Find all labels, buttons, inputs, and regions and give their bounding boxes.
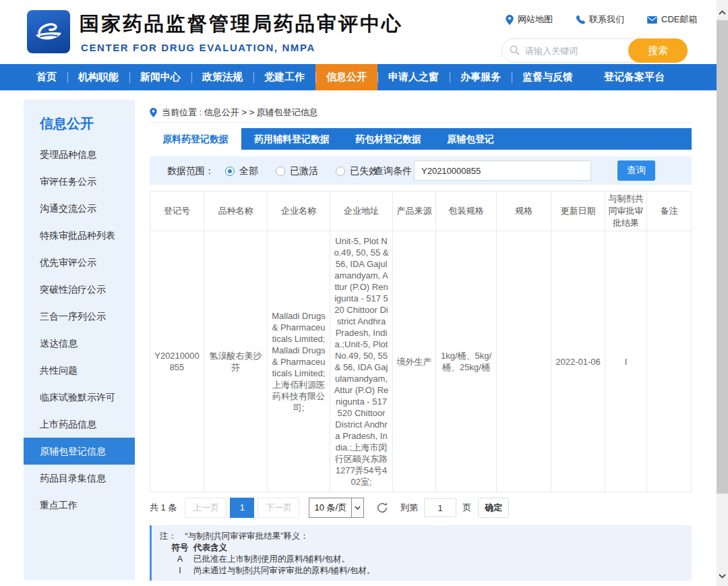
page-size-value: 10 条/页 (309, 502, 351, 514)
page-number-button[interactable]: 1 (230, 498, 254, 518)
cde-logo (27, 10, 70, 53)
sidebar-item[interactable]: 突破性治疗公示 (24, 276, 135, 303)
tab-bar: 原料药登记数据药用辅料登记数据药包材登记数据原辅包登记 (150, 128, 692, 150)
sidebar-item[interactable]: 特殊审批品种列表 (24, 222, 135, 249)
note-row: I 尚未通过与制剂共同审评审批的原料/辅料/包材。 (160, 565, 685, 577)
scroll-down-icon[interactable] (719, 569, 726, 581)
confirm-button[interactable]: 确定 (478, 498, 509, 518)
site-header: 国家药品监督管理局药品审评中心 CENTER FOR DRUG EVALUATI… (0, 0, 717, 64)
filter-bar: 数据范围： 全部 已激活 已失效 查询条件： 查询 (150, 156, 692, 185)
sitemap-link[interactable]: 网站地图 (506, 13, 553, 26)
results-table: 登记号品种名称企业名称企业地址产品来源包装规格规格更新日期与制剂共同审批审批结果… (150, 191, 692, 492)
radio-circle-icon (225, 167, 235, 176)
table-body: Y20210000855氢溴酸右美沙芬Malladi Drugs & Pharm… (150, 231, 692, 492)
nav-item[interactable]: 信息公开 (315, 64, 377, 90)
phone-icon (576, 15, 585, 24)
sidebar: 信息公开 受理品种信息审评任务公示沟通交流公示特殊审批品种列表优先审评公示突破性… (24, 100, 135, 580)
tab[interactable]: 原辅包登记 (434, 128, 507, 150)
page: 国家药品监督管理局药品审评中心 CENTER FOR DRUG EVALUATI… (0, 0, 717, 586)
scope-radio-group: 全部 已激活 已失效 (225, 165, 378, 177)
table-cell: Y20210000855 (150, 231, 204, 492)
column-header: 与制剂共同审批审批结果 (605, 192, 647, 231)
table-row: Y20210000855氢溴酸右美沙芬Malladi Drugs & Pharm… (150, 231, 692, 492)
main-nav: 首页机构职能新闻中心政策法规党建工作信息公开申请人之窗办事服务监督与反馈登记备案… (0, 64, 717, 90)
radio-circle-icon (336, 167, 345, 176)
nav-item[interactable]: 申请人之窗 (377, 64, 450, 90)
pagination: 共 1 条 上一页 1 下一页 10 条/页 到第 页 确定 (150, 498, 692, 518)
vertical-scrollbar[interactable] (717, 0, 728, 586)
note-symbol: 符号 (169, 542, 191, 554)
column-header: 企业地址 (330, 192, 393, 231)
tab[interactable]: 药包材登记数据 (342, 128, 434, 150)
sidebar-item[interactable]: 送达信息 (24, 330, 135, 357)
column-header: 产品来源 (393, 192, 436, 231)
breadcrumb: 当前位置 : 信息公开 > > 原辅包登记信息 (150, 102, 692, 123)
radio-option[interactable]: 已失效 (336, 165, 378, 177)
query-button[interactable]: 查询 (617, 160, 655, 181)
sidebar-item[interactable]: 受理品种信息 (24, 141, 135, 168)
table-cell: Malladi Drugs & Pharmaceuticals Limited;… (268, 231, 330, 492)
table-cell (497, 231, 551, 492)
note-rows: 符号 代表含义 A 已批准在上市制剂使用的原料/辅料/包材。 I 尚未通过与制剂… (160, 542, 685, 577)
scope-label: 数据范围： (167, 165, 214, 177)
table-cell: Unit-5, Plot No.49, 50, 55 & 56, IDA Gaj… (330, 231, 393, 492)
radio-circle-icon (276, 167, 285, 176)
next-page-button[interactable]: 下一页 (257, 498, 299, 518)
note-title: 注： “与制剂共同审评审批结果”释义： (160, 529, 685, 542)
radio-label: 已激活 (290, 165, 318, 177)
query-input[interactable] (414, 160, 591, 181)
sidebar-item[interactable]: 上市药品信息 (24, 411, 135, 438)
nav-item[interactable]: 新闻中心 (129, 64, 191, 90)
page-size-select[interactable]: 10 条/页 (309, 498, 364, 518)
note-meaning: 代表含义 (193, 542, 227, 554)
nav-item[interactable]: 首页 (26, 64, 67, 90)
contact-link[interactable]: 联系我们 (576, 13, 624, 26)
swan-icon (33, 18, 64, 46)
column-header: 品种名称 (204, 192, 268, 231)
nav-item[interactable]: 监督与反馈 (512, 64, 584, 90)
table-cell: 1kg/桶、5kg/桶、25kg/桶 (436, 231, 497, 492)
column-header: 企业名称 (268, 192, 330, 231)
scroll-up-icon[interactable] (719, 5, 726, 18)
search-button[interactable]: 搜索 (628, 38, 688, 63)
nav-item[interactable]: 机构职能 (67, 64, 129, 90)
sitemap-label: 网站地图 (518, 13, 553, 26)
sidebar-item[interactable]: 审评任务公示 (24, 168, 135, 195)
sidebar-item[interactable]: 药品目录集信息 (24, 465, 135, 492)
mail-icon (647, 16, 657, 24)
refresh-icon[interactable] (376, 502, 388, 514)
scrollbar-thumb[interactable] (717, 20, 728, 494)
sidebar-item[interactable]: 重点工作 (24, 492, 135, 519)
contact-label: 联系我们 (589, 13, 624, 26)
sidebar-item[interactable]: 三合一序列公示 (24, 303, 135, 330)
mail-label: CDE邮箱 (661, 13, 697, 26)
note-symbol: A (169, 554, 191, 565)
main-content: 当前位置 : 信息公开 > > 原辅包登记信息 原料药登记数据药用辅料登记数据药… (150, 102, 692, 581)
mail-link[interactable]: CDE邮箱 (647, 13, 697, 26)
search-icon (510, 45, 520, 55)
sidebar-item[interactable]: 原辅包登记信息 (24, 438, 135, 465)
nav-item[interactable]: 登记备案平台 (593, 64, 675, 90)
tab[interactable]: 药用辅料登记数据 (241, 128, 342, 150)
sidebar-item[interactable]: 共性问题 (24, 357, 135, 384)
table-cell: I (605, 231, 647, 492)
nav-item[interactable]: 政策法规 (191, 64, 253, 90)
table-cell (647, 231, 692, 492)
column-header: 规格 (497, 192, 551, 231)
location-pin-icon (150, 108, 157, 117)
goto-page-input[interactable] (424, 498, 456, 517)
column-header: 登记号 (150, 192, 204, 231)
sidebar-item[interactable]: 临床试验默示许可 (24, 384, 135, 411)
table-cell: 境外生产 (393, 231, 436, 492)
tab[interactable]: 原料药登记数据 (150, 128, 241, 150)
sidebar-item[interactable]: 优先审评公示 (24, 249, 135, 276)
prev-page-button[interactable]: 上一页 (185, 498, 226, 518)
chevron-down-icon (351, 498, 363, 517)
column-header: 备注 (647, 192, 692, 231)
radio-option[interactable]: 全部 (225, 165, 258, 177)
nav-item[interactable]: 办事服务 (450, 64, 512, 90)
sidebar-item[interactable]: 沟通交流公示 (24, 195, 135, 222)
note-row: 符号 代表含义 (160, 542, 685, 554)
nav-item[interactable]: 党建工作 (253, 64, 315, 90)
radio-option[interactable]: 已激活 (276, 165, 318, 177)
